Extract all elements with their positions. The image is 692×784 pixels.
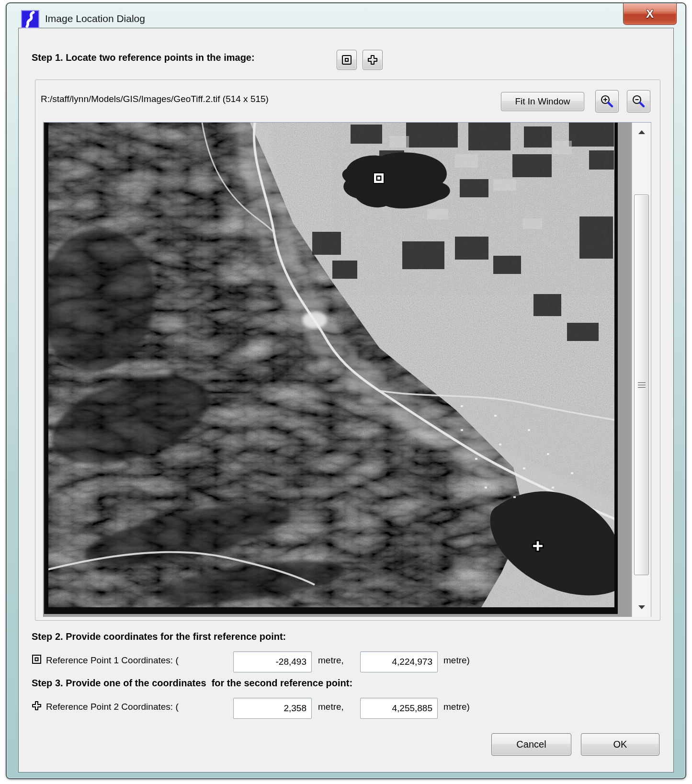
close-button[interactable]: X: [623, 3, 677, 25]
scrollbar-thumb[interactable]: [634, 194, 649, 575]
satellite-image-canvas[interactable]: [44, 123, 618, 614]
square-marker-tool-button[interactable]: [337, 50, 357, 70]
ref-point1-x-input[interactable]: [233, 651, 312, 672]
image-file-path: R:/staff/lynn/Models/GIS/Images/GeoTiff.…: [41, 94, 269, 104]
app-river-logo-icon: [21, 10, 39, 28]
cross-marker-icon: [366, 54, 379, 66]
ref-point1-y-input[interactable]: [360, 651, 438, 672]
ref-point1-unit-end: metre): [443, 655, 470, 666]
image-viewport: [43, 122, 651, 617]
square-marker-row-icon: [32, 654, 42, 664]
ok-button[interactable]: OK: [581, 733, 659, 756]
ref-point2-x-input[interactable]: [233, 698, 312, 719]
ref-point1-label: Reference Point 1 Coordinates: (: [46, 655, 179, 666]
step2-heading: Step 2. Provide coordinates for the firs…: [32, 631, 286, 642]
window-title: Image Location Dialog: [45, 13, 145, 24]
zoom-in-button[interactable]: [595, 90, 619, 113]
fit-in-window-button[interactable]: Fit In Window: [501, 92, 584, 111]
square-marker-icon: [340, 54, 353, 66]
fit-in-window-label: Fit In Window: [515, 96, 570, 107]
step1-heading: Step 1. Locate two reference points in t…: [32, 52, 255, 63]
scroll-up-arrow-icon[interactable]: [638, 130, 645, 134]
cross-marker-tool-button[interactable]: [363, 50, 383, 70]
close-icon: X: [646, 8, 654, 20]
ref-point2-unit-end: metre): [443, 702, 470, 712]
step3-heading: Step 3. Provide one of the coordinates f…: [32, 678, 352, 689]
ok-button-label: OK: [613, 739, 627, 750]
ref-point2-label: Reference Point 2 Coordinates: (: [46, 702, 179, 712]
ref-point2-y-input[interactable]: [360, 698, 438, 719]
lake-top: [342, 152, 450, 208]
magnifier-minus-icon: [631, 94, 646, 109]
cancel-button-label: Cancel: [516, 739, 546, 750]
scroll-down-arrow-icon[interactable]: [638, 605, 645, 609]
cancel-button[interactable]: Cancel: [491, 733, 571, 756]
scrollbar-grip-icon: [638, 381, 646, 389]
reference-point1-square-marker[interactable]: [373, 172, 385, 184]
ref-point1-unit-mid: metre,: [318, 655, 344, 666]
ref-point2-unit-mid: metre,: [318, 702, 344, 712]
cross-marker-row-icon: [32, 701, 42, 711]
magnifier-plus-icon: [600, 94, 614, 109]
vertical-scrollbar[interactable]: [632, 123, 651, 617]
zoom-out-button[interactable]: [627, 90, 650, 113]
